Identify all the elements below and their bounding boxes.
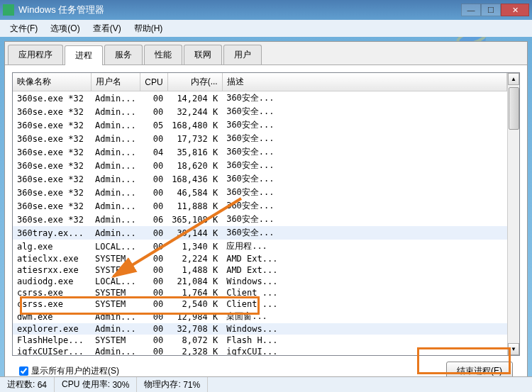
cell-mem: 365,108 K	[167, 213, 222, 226]
menu-file[interactable]: 文件(F)	[4, 21, 43, 37]
cell-user: LOCAL...	[91, 276, 140, 287]
table-row[interactable]: FlashHelpe...SYSTEM008,072 KFlash H...	[13, 335, 507, 346]
tab-bar: 应用程序 进程 服务 性能 联网 用户	[5, 42, 527, 65]
cell-image: atiesrxx.exe	[13, 264, 91, 276]
cell-desc: 360安全...	[222, 226, 506, 240]
cell-mem: 168,480 K	[167, 118, 222, 132]
table-row[interactable]: atieclxx.exeSYSTEM002,224 KAMD Ext...	[13, 253, 507, 264]
table-row[interactable]: igfxCUISer...Admin...002,328 KigfxCUI...	[13, 346, 507, 355]
table-row[interactable]: atiesrxx.exeSYSTEM001,488 KAMD Ext...	[13, 264, 507, 276]
cell-desc: AMD Ext...	[222, 264, 506, 276]
table-row[interactable]: 360se.exe *32Admin...00168,436 K360安全...	[13, 172, 507, 186]
cell-desc: 360安全...	[222, 186, 506, 199]
table-row[interactable]: 360se.exe *32Admin...0032,244 K360安全...	[13, 105, 507, 118]
col-memory[interactable]: 内存(...	[167, 73, 222, 91]
table-row[interactable]: 360se.exe *32Admin...0018,620 K360安全...	[13, 159, 507, 172]
table-row[interactable]: 360se.exe *32Admin...0011,888 K360安全...	[13, 199, 507, 213]
cell-user: Admin...	[91, 132, 140, 145]
table-row[interactable]: 360se.exe *32Admin...05168,480 K360安全...	[13, 118, 507, 132]
cell-image: dwm.exe	[13, 310, 91, 323]
scroll-down-button[interactable]: ▼	[508, 343, 519, 355]
col-image-name[interactable]: 映像名称	[13, 73, 91, 91]
cell-cpu: 00	[140, 298, 167, 310]
cell-mem: 1,488 K	[167, 264, 222, 276]
cell-image: 360se.exe *32	[13, 172, 91, 186]
cell-desc: 应用程...	[222, 240, 506, 253]
cell-user: Admin...	[91, 186, 140, 199]
maximize-button[interactable]: ☐	[481, 4, 501, 16]
show-all-users-label: 显示所有用户的进程(S)	[31, 365, 119, 377]
cell-mem: 32,708 K	[167, 323, 222, 335]
tab-services[interactable]: 服务	[104, 45, 143, 65]
cell-image: 360se.exe *32	[13, 186, 91, 199]
table-row[interactable]: 360se.exe *32Admin...0014,204 K360安全...	[13, 91, 507, 106]
col-user[interactable]: 用户名	[91, 73, 140, 91]
scroll-thumb[interactable]	[509, 87, 519, 130]
cell-desc: Windows...	[222, 276, 506, 287]
table-row[interactable]: 360se.exe *32Admin...0435,816 K360安全...	[13, 145, 507, 159]
cell-mem: 12,984 K	[167, 310, 222, 323]
cell-mem: 35,816 K	[167, 145, 222, 159]
cell-cpu: 00	[140, 172, 167, 186]
cell-mem: 30,144 K	[167, 226, 222, 240]
cell-desc: 360安全...	[222, 105, 506, 118]
cell-image: 360se.exe *32	[13, 145, 91, 159]
cell-mem: 11,888 K	[167, 199, 222, 213]
table-row[interactable]: audiodg.exeLOCAL...0021,084 KWindows...	[13, 276, 507, 287]
col-description[interactable]: 描述	[222, 73, 506, 91]
cell-desc: 360安全...	[222, 132, 506, 145]
col-cpu[interactable]: CPU	[140, 73, 167, 91]
cell-image: 360se.exe *32	[13, 91, 91, 106]
tab-network[interactable]: 联网	[184, 45, 222, 65]
cell-desc: Client ...	[222, 287, 506, 298]
cell-desc: 360安全...	[222, 213, 506, 226]
minimize-button[interactable]: —	[461, 4, 481, 16]
cell-user: Admin...	[91, 105, 140, 118]
table-row[interactable]: explorer.exeAdmin...0032,708 KWindows...	[13, 323, 507, 335]
status-process-count: 进程数: 64	[0, 377, 55, 392]
cell-cpu: 00	[140, 226, 167, 240]
menu-options[interactable]: 选项(O)	[45, 21, 85, 37]
show-all-users-input[interactable]	[19, 366, 28, 376]
status-memory-usage: 物理内存: 71%	[137, 377, 208, 392]
cell-image: igfxCUISer...	[13, 346, 91, 355]
cell-desc: 360安全...	[222, 159, 506, 172]
cell-mem: 2,328 K	[167, 346, 222, 355]
cell-user: Admin...	[91, 213, 140, 226]
show-all-users-checkbox[interactable]: 显示所有用户的进程(S)	[19, 365, 119, 377]
cell-user: Admin...	[91, 226, 140, 240]
tab-processes[interactable]: 进程	[65, 45, 103, 65]
table-row[interactable]: 360tray.ex...Admin...0030,144 K360安全...	[13, 226, 507, 240]
vertical-scrollbar[interactable]: ▲ ▼	[507, 73, 519, 355]
cell-mem: 21,084 K	[167, 276, 222, 287]
table-row[interactable]: 360se.exe *32Admin...0046,584 K360安全...	[13, 186, 507, 199]
cell-mem: 46,584 K	[167, 186, 222, 199]
cell-user: SYSTEM	[91, 298, 140, 310]
cell-cpu: 00	[140, 186, 167, 199]
cell-user: SYSTEM	[91, 264, 140, 276]
tab-applications[interactable]: 应用程序	[8, 45, 63, 65]
cell-image: 360tray.ex...	[13, 226, 91, 240]
table-row[interactable]: csrss.exeSYSTEM001,764 KClient ...	[13, 287, 507, 298]
table-row[interactable]: 360se.exe *32Admin...06365,108 K360安全...	[13, 213, 507, 226]
table-row[interactable]: csrss.exeSYSTEM002,540 KClient ...	[13, 298, 507, 310]
table-row[interactable]: dwm.exeAdmin...0012,984 K桌面窗...	[13, 310, 507, 323]
cell-mem: 1,764 K	[167, 287, 222, 298]
table-row[interactable]: alg.exeLOCAL...001,340 K应用程...	[13, 240, 507, 253]
cell-user: Admin...	[91, 310, 140, 323]
menu-view[interactable]: 查看(V)	[87, 21, 127, 37]
cell-cpu: 00	[140, 240, 167, 253]
table-row[interactable]: 360se.exe *32Admin...0017,732 K360安全...	[13, 132, 507, 145]
cell-image: FlashHelpe...	[13, 335, 91, 346]
cell-mem: 1,340 K	[167, 240, 222, 253]
cell-cpu: 00	[140, 276, 167, 287]
cell-user: SYSTEM	[91, 253, 140, 264]
close-button[interactable]: ✕	[501, 4, 529, 16]
window-title: Windows 任务管理器	[18, 4, 461, 16]
tab-users[interactable]: 用户	[223, 45, 262, 65]
tab-performance[interactable]: 性能	[144, 45, 182, 65]
scroll-up-button[interactable]: ▲	[508, 73, 519, 85]
process-table[interactable]: 映像名称 用户名 CPU 内存(... 描述 360se.exe *32Admi…	[13, 73, 507, 355]
menu-help[interactable]: 帮助(H)	[128, 21, 169, 37]
cell-cpu: 00	[140, 91, 167, 106]
